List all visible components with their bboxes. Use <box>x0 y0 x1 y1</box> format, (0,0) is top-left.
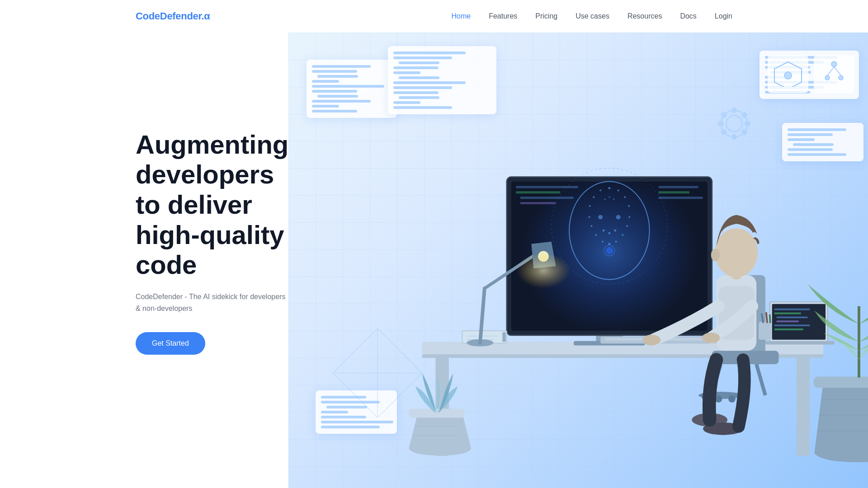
nav-links: Home Features Pricing Use cases Resource… <box>451 12 732 20</box>
nav-link-pricing[interactable]: Pricing <box>535 12 557 20</box>
svg-point-18 <box>628 205 630 207</box>
svg-point-32 <box>603 230 605 232</box>
hero-section: Augmenting developers to deliver high-qu… <box>0 33 868 488</box>
svg-rect-58 <box>503 332 506 342</box>
svg-point-73 <box>728 395 736 403</box>
hexagon-diagram <box>772 60 804 87</box>
nav-link-usecases[interactable]: Use cases <box>576 12 609 20</box>
svg-line-3 <box>827 67 834 75</box>
svg-point-39 <box>606 247 613 254</box>
nav-link-features[interactable]: Features <box>489 12 517 20</box>
svg-rect-52 <box>774 313 801 314</box>
svg-point-22 <box>615 241 617 243</box>
svg-line-86 <box>770 315 770 322</box>
svg-rect-53 <box>777 316 808 318</box>
desk-leg-right <box>797 358 810 456</box>
svg-point-16 <box>618 189 619 191</box>
svg-line-70 <box>757 364 766 395</box>
svg-point-35 <box>604 199 606 200</box>
note-card-2 <box>814 55 854 93</box>
svg-point-30 <box>599 215 603 220</box>
svg-rect-54 <box>777 320 799 322</box>
svg-point-77 <box>643 335 660 346</box>
hero-illustration <box>288 33 868 488</box>
svg-point-65 <box>517 253 570 288</box>
laptop <box>765 302 835 345</box>
nav-item-usecases[interactable]: Use cases <box>576 12 609 20</box>
svg-rect-100 <box>718 122 724 126</box>
svg-rect-98 <box>732 134 736 140</box>
nav-link-home[interactable]: Home <box>451 12 471 20</box>
svg-line-10 <box>333 373 378 418</box>
svg-point-34 <box>614 230 617 232</box>
nav-item-features[interactable]: Features <box>489 12 517 20</box>
svg-point-6 <box>839 75 843 80</box>
svg-rect-45 <box>659 186 699 188</box>
svg-rect-90 <box>814 377 868 388</box>
svg-point-26 <box>591 225 593 227</box>
nav-item-docs[interactable]: Docs <box>680 12 696 20</box>
svg-point-23 <box>609 243 611 245</box>
svg-point-20 <box>627 225 628 227</box>
svg-rect-43 <box>520 197 574 199</box>
nav-link-login[interactable]: Login <box>715 12 732 20</box>
nav-link-docs[interactable]: Docs <box>680 12 696 20</box>
note-card-1 <box>768 55 808 93</box>
brand-logo[interactable]: CodeDefender.α <box>136 10 210 22</box>
svg-rect-56 <box>774 328 803 330</box>
svg-point-15 <box>609 187 611 189</box>
hero-content: Augmenting developers to deliver high-qu… <box>0 33 288 488</box>
hero-subtitle: CodeDefender - The AI sidekick for devel… <box>136 291 288 314</box>
navbar: CodeDefender.α Home Features Pricing Use… <box>0 0 868 33</box>
svg-rect-51 <box>774 309 810 310</box>
brand-suffix: .α <box>202 10 210 22</box>
svg-rect-41 <box>516 186 578 188</box>
svg-point-27 <box>589 216 590 218</box>
desk-scene-svg <box>288 33 868 488</box>
svg-rect-57 <box>765 341 835 345</box>
svg-rect-99 <box>745 122 750 126</box>
svg-point-80 <box>715 228 758 277</box>
gear-icon-decor <box>718 108 750 140</box>
nav-link-resources[interactable]: Resources <box>627 12 662 20</box>
svg-point-78 <box>702 333 720 343</box>
svg-line-4 <box>834 67 841 75</box>
svg-line-85 <box>766 313 767 323</box>
notes-area <box>768 55 854 93</box>
svg-rect-42 <box>516 191 561 193</box>
nav-item-home[interactable]: Home <box>451 12 471 20</box>
nav-item-pricing[interactable]: Pricing <box>535 12 557 20</box>
svg-point-24 <box>602 241 604 243</box>
svg-point-14 <box>599 189 601 191</box>
svg-point-96 <box>726 116 742 131</box>
hero-title: Augmenting developers to deliver high-qu… <box>136 130 288 280</box>
get-started-button[interactable]: Get Started <box>136 332 205 355</box>
svg-rect-44 <box>520 202 556 204</box>
svg-point-17 <box>624 196 626 198</box>
svg-point-25 <box>595 234 597 236</box>
tree-diagram <box>818 60 850 87</box>
svg-point-5 <box>825 75 830 80</box>
svg-point-33 <box>609 232 611 235</box>
svg-rect-47 <box>659 197 703 199</box>
nav-item-login[interactable]: Login <box>715 12 732 20</box>
svg-point-37 <box>613 199 615 200</box>
svg-point-36 <box>609 197 610 198</box>
svg-line-7 <box>333 328 378 373</box>
svg-point-21 <box>622 234 624 236</box>
pencil-cup <box>759 322 771 339</box>
geo-decoration <box>333 328 422 418</box>
svg-point-2 <box>831 61 837 67</box>
svg-point-81 <box>711 249 720 262</box>
nav-item-resources[interactable]: Resources <box>627 12 662 20</box>
svg-point-31 <box>616 215 621 220</box>
svg-point-1 <box>784 72 792 79</box>
svg-point-19 <box>629 216 631 218</box>
brand-name: CodeDefender <box>136 10 202 22</box>
svg-rect-46 <box>659 191 690 193</box>
svg-point-28 <box>589 205 591 207</box>
svg-point-29 <box>593 196 595 198</box>
svg-rect-97 <box>732 108 736 113</box>
svg-rect-55 <box>774 324 810 326</box>
svg-rect-87 <box>409 409 464 418</box>
